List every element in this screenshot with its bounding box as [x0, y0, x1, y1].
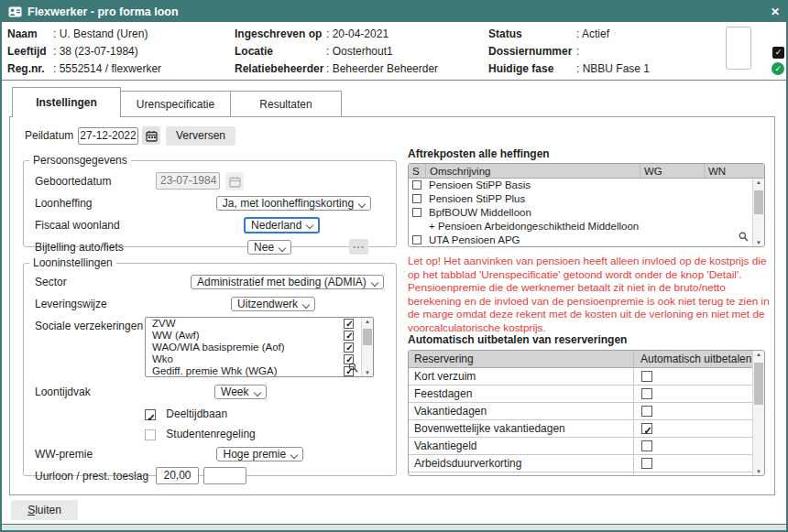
bovenwettelijke-vakantiedagen-checkbox[interactable] — [641, 423, 652, 434]
peildatum-input[interactable]: 27-12-2022 — [78, 127, 138, 145]
ingeschreven-value: 20-04-2021 — [326, 27, 389, 40]
zoom-search-icon[interactable] — [348, 363, 358, 375]
reservering-checkbox[interactable] — [641, 475, 652, 476]
prestatie-toeslag-input[interactable] — [203, 467, 246, 484]
info-column-3: StatusActief Dossiernummer Huidige faseN… — [488, 26, 650, 78]
verversen-button[interactable]: Verversen — [166, 126, 235, 146]
looninstellingen-legend: Looninstellingen — [29, 256, 116, 269]
list-item[interactable]: Gediff. premie Whk (WGA) — [146, 365, 373, 377]
table-row[interactable]: Pensioen StiPP Plus — [409, 192, 764, 206]
table-row[interactable]: Bovenwettelijke vakantiedagen — [409, 420, 752, 438]
reserveringen-header-row: Reservering Automatisch uitbetalen — [409, 351, 752, 368]
persoonsgegevens-fieldset: Persoonsgegevens Geboortedatum 23-07-198… — [23, 154, 397, 247]
aftrekposten-body: Pensioen StiPP Basis Pensioen StiPP Plus… — [409, 179, 764, 246]
table-row[interactable]: Feestdagen — [409, 385, 752, 403]
table-row[interactable]: Vakantiedagen — [409, 403, 752, 420]
info-column-1: NaamU. Bestand (Uren) Leeftijd38 (23-07-… — [7, 26, 161, 78]
scroll-down-icon[interactable]: ▼ — [753, 240, 764, 245]
sluiten-button[interactable]: Sluiten — [11, 500, 78, 520]
status-label: Status — [488, 26, 576, 43]
column-header-wn: WN — [705, 164, 764, 178]
geboortedatum-calendar-icon — [225, 172, 244, 190]
scroll-down-icon[interactable]: ▼ — [362, 370, 373, 375]
uta-pensioen-apg-checkbox[interactable] — [412, 235, 421, 244]
scroll-down-icon[interactable]: ▼ — [753, 469, 764, 474]
zoom-search-icon[interactable] — [739, 232, 749, 244]
scrollbar-thumb[interactable] — [363, 329, 372, 345]
pensioen-stipp-basis-checkbox[interactable] — [412, 180, 421, 190]
relatiebeheerder-value: Beheerder Beheerder — [326, 62, 438, 75]
leveringswijze-select[interactable]: Uitzendwerk — [231, 297, 315, 311]
peildatum-label: Peildatum — [25, 129, 78, 142]
chevron-down-icon — [371, 279, 378, 287]
table-row[interactable]: UTA Pensioen APG — [409, 233, 764, 247]
fiscaal-woonland-select[interactable]: Nederland — [244, 217, 320, 233]
ww-awf-checkbox[interactable] — [344, 331, 354, 341]
listbox-scrollbar[interactable]: ▲▼ — [361, 318, 373, 376]
table-row[interactable]: Vakantiegeld — [409, 438, 752, 455]
zvw-checkbox[interactable] — [344, 319, 354, 329]
chevron-down-icon — [302, 301, 310, 309]
titlebar: Flexwerker - pro forma loon ✕ — [2, 2, 786, 22]
column-header-omschrijving: Omschrijving — [426, 164, 640, 178]
scroll-up-icon[interactable]: ▲ — [753, 179, 764, 185]
leeftijd-value: 38 (23-07-1984) — [53, 45, 138, 58]
locatie-value: Oosterhout1 — [326, 45, 393, 58]
list-item[interactable]: ZVW — [146, 318, 373, 330]
table-row[interactable] — [409, 472, 752, 476]
peildatum-calendar-icon[interactable] — [142, 126, 160, 145]
pensioen-stipp-plus-checkbox[interactable] — [412, 194, 421, 203]
column-header-reservering: Reservering — [409, 351, 634, 367]
list-item[interactable]: WAO/WIA basispremie (Aof) — [146, 342, 373, 353]
table-row[interactable]: Kort verzuim — [409, 368, 752, 385]
sociale-verzekeringen-listbox[interactable]: ZVW WW (Awf) WAO/WIA basispremie (Aof) W… — [145, 317, 374, 377]
studentenregeling-checkbox[interactable] — [145, 429, 156, 440]
aftrekposten-table: S Omschrijving WG WN Pensioen StiPP Basi… — [408, 163, 765, 247]
column-header-wg: WG — [640, 164, 705, 178]
scrollbar-thumb[interactable] — [754, 363, 763, 405]
reserveringen-table: Reservering Automatisch uitbetalen Kort … — [408, 350, 765, 476]
bijtelling-more-button[interactable]: ... — [349, 239, 368, 255]
scroll-up-icon[interactable]: ▲ — [753, 352, 764, 357]
status-value: Actief — [576, 27, 609, 40]
loontijdvak-select[interactable]: Week — [214, 385, 266, 399]
ingeschreven-label: Ingeschreven op — [235, 26, 326, 43]
deeltijdbaan-label: Deeltijdbaan — [166, 407, 227, 420]
tab-urenspecificatie[interactable]: Urenspecificatie — [120, 91, 231, 116]
close-icon[interactable]: ✕ — [771, 5, 780, 18]
bijtelling-select[interactable]: Nee — [247, 240, 291, 255]
scroll-up-icon[interactable]: ▲ — [362, 319, 373, 324]
regnr-value: 5552514 / flexwerker — [53, 62, 161, 75]
vakantiegeld-checkbox[interactable] — [641, 440, 652, 451]
tab-instellingen[interactable]: Instellingen — [12, 87, 121, 117]
table-row[interactable]: Pensioen StiPP Basis — [409, 179, 764, 192]
scrollbar-thumb[interactable] — [754, 190, 763, 214]
table-row[interactable]: + Pensioen Arbeidongeschiktheid Middello… — [409, 220, 764, 233]
studentenregeling-label: Studentenregeling — [166, 428, 255, 440]
table-row[interactable]: Arbeidsduurverkorting — [409, 455, 752, 472]
feestdagen-checkbox[interactable] — [641, 388, 652, 399]
aftrekposten-scrollbar[interactable]: ▲▼ — [752, 179, 764, 246]
ww-premie-select[interactable]: Hoge premie — [216, 447, 303, 461]
sector-select[interactable]: Administratief met beding (ADMIA) — [191, 275, 384, 289]
list-item[interactable]: Wko — [146, 353, 373, 365]
reserveringen-scrollbar[interactable]: ▲▼ — [752, 351, 764, 475]
arbeidsduurverkorting-checkbox[interactable] — [641, 458, 652, 469]
uurloon-label: Uurloon / prest. toeslag — [35, 470, 148, 483]
table-row[interactable]: BpfBOUW Middelloon — [409, 206, 764, 220]
list-item[interactable]: WW (Awf) — [146, 330, 373, 342]
loonheffing-select[interactable]: Ja, met loonheffingskorting — [216, 196, 371, 211]
vakantiedagen-checkbox[interactable] — [641, 406, 652, 417]
info-column-2: Ingeschreven op20-04-2021 LocatieOosterh… — [235, 26, 438, 78]
status-ok-icon: ✓ — [772, 62, 784, 75]
wao-wia-checkbox[interactable] — [344, 342, 354, 353]
bpfbouw-middelloon-checkbox[interactable] — [412, 208, 421, 217]
locatie-label: Locatie — [235, 43, 326, 60]
uurloon-input[interactable]: 20,00 — [156, 467, 199, 484]
kort-verzuim-checkbox[interactable] — [641, 371, 652, 382]
chevron-down-icon — [290, 451, 298, 459]
column-header-automatisch-uitbetalen: Automatisch uitbetalen — [634, 351, 752, 367]
deeltijdbaan-checkbox[interactable] — [145, 409, 156, 420]
tab-resultaten[interactable]: Resultaten — [230, 91, 342, 116]
persoonsgegevens-legend: Persoonsgegevens — [29, 154, 131, 167]
